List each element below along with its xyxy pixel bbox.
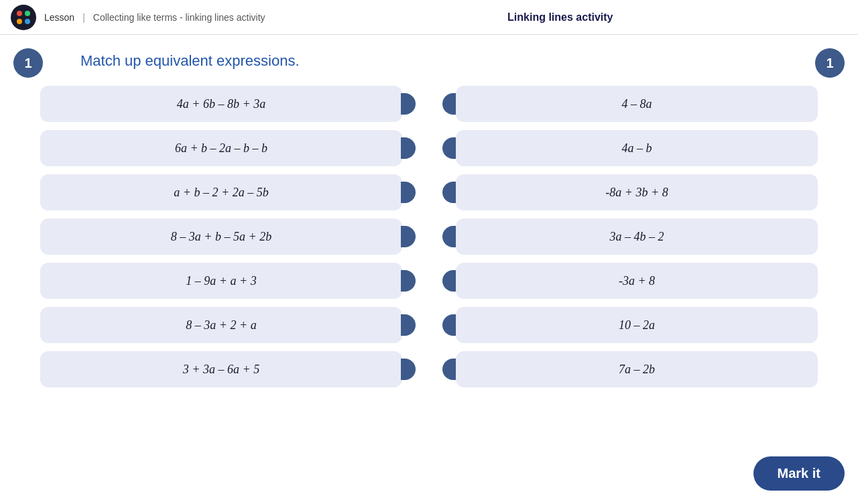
svg-point-0	[17, 11, 22, 16]
right-expression-6[interactable]: 10 – 2a	[456, 307, 818, 343]
right-connector-3[interactable]	[401, 182, 416, 203]
list-item: 4a + 6b – 8b + 3a	[40, 86, 416, 122]
right-connector-4[interactable]	[401, 226, 416, 247]
question-number-badge-right: 1	[815, 48, 845, 78]
left-connector-r6[interactable]	[442, 314, 457, 336]
expressions-container: 4a + 6b – 8b + 3a 6a + b – 2a – b – b a …	[40, 86, 818, 387]
left-expression-4[interactable]: 8 – 3a + b – 5a + 2b	[40, 218, 402, 255]
left-expression-5[interactable]: 1 – 9a + a + 3	[40, 263, 402, 299]
breadcrumb: Collecting like terms - linking lines ac…	[93, 12, 265, 23]
right-connector-7[interactable]	[401, 359, 416, 380]
main-content: 1 1 Match up equivalent expressions. 4a …	[0, 35, 858, 504]
left-expression-1[interactable]: 4a + 6b – 8b + 3a	[40, 86, 402, 122]
left-expressions-column: 4a + 6b – 8b + 3a 6a + b – 2a – b – b a …	[40, 86, 429, 387]
left-connector-r3[interactable]	[442, 182, 457, 203]
list-item: 4a – b	[442, 130, 818, 166]
list-item: 3 + 3a – 6a + 5	[40, 351, 416, 387]
question-number-badge-left: 1	[13, 48, 43, 78]
right-connector-1[interactable]	[401, 93, 416, 115]
right-expression-3[interactable]: -8a + 3b + 8	[456, 174, 818, 210]
left-connector-r1[interactable]	[442, 93, 457, 115]
app-logo	[11, 5, 36, 30]
lesson-label: Lesson	[44, 12, 74, 23]
right-expressions-column: 4 – 8a 4a – b -8a + 3b + 8 3a – 4b – 2	[429, 86, 818, 387]
list-item: 1 – 9a + a + 3	[40, 263, 416, 299]
svg-point-3	[25, 19, 30, 24]
header-separator: |	[82, 12, 85, 23]
right-expression-2[interactable]: 4a – b	[456, 130, 818, 166]
list-item: 8 – 3a + b – 5a + 2b	[40, 218, 416, 255]
left-connector-r7[interactable]	[442, 359, 457, 380]
instruction-text: Match up equivalent expressions.	[80, 48, 818, 70]
list-item: 10 – 2a	[442, 307, 818, 343]
left-expression-2[interactable]: 6a + b – 2a – b – b	[40, 130, 402, 166]
right-expression-1[interactable]: 4 – 8a	[456, 86, 818, 122]
list-item: 6a + b – 2a – b – b	[40, 130, 416, 166]
right-connector-2[interactable]	[401, 137, 416, 159]
svg-point-2	[17, 19, 22, 24]
activity-title: Linking lines activity	[507, 11, 613, 23]
list-item: -8a + 3b + 8	[442, 174, 818, 210]
list-item: 8 – 3a + 2 + a	[40, 307, 416, 343]
svg-point-1	[25, 11, 30, 16]
list-item: 3a – 4b – 2	[442, 218, 818, 255]
list-item: 4 – 8a	[442, 86, 818, 122]
list-item: -3a + 8	[442, 263, 818, 299]
right-expression-7[interactable]: 7a – 2b	[456, 351, 818, 387]
right-connector-6[interactable]	[401, 314, 416, 336]
right-expression-4[interactable]: 3a – 4b – 2	[456, 218, 818, 255]
list-item: 7a – 2b	[442, 351, 818, 387]
header: Lesson | Collecting like terms - linking…	[0, 0, 858, 35]
left-expression-7[interactable]: 3 + 3a – 6a + 5	[40, 351, 402, 387]
right-connector-5[interactable]	[401, 270, 416, 292]
header-title-area: Linking lines activity	[273, 11, 847, 23]
left-connector-r5[interactable]	[442, 270, 457, 292]
left-expression-3[interactable]: a + b – 2 + 2a – 5b	[40, 174, 402, 210]
left-expression-6[interactable]: 8 – 3a + 2 + a	[40, 307, 402, 343]
mark-it-button[interactable]: Mark it	[753, 456, 845, 491]
left-connector-r4[interactable]	[442, 226, 457, 247]
left-connector-r2[interactable]	[442, 137, 457, 159]
right-expression-5[interactable]: -3a + 8	[456, 263, 818, 299]
list-item: a + b – 2 + 2a – 5b	[40, 174, 416, 210]
